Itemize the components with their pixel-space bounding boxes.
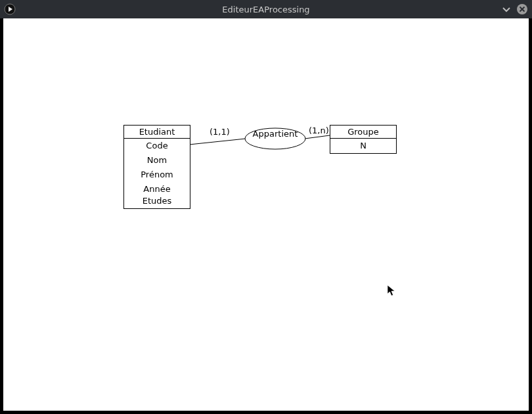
run-icon[interactable] [4, 3, 16, 15]
cardinality-right: (1,n) [309, 126, 329, 135]
svg-line-5 [189, 139, 246, 145]
minimize-icon[interactable] [500, 3, 512, 15]
svg-line-6 [305, 135, 330, 139]
connector-lines [3, 18, 529, 411]
cardinality-left: (1,1) [210, 127, 230, 137]
entity-etudiant-attr: Année Etudes [124, 182, 190, 208]
entity-etudiant[interactable]: Etudiant Code Nom Prénom Année Etudes [123, 125, 190, 209]
entity-groupe[interactable]: Groupe N [330, 125, 397, 154]
entity-etudiant-title: Etudiant [124, 126, 190, 139]
diagram-canvas[interactable]: Etudiant Code Nom Prénom Année Etudes Gr… [3, 18, 529, 411]
close-icon[interactable] [516, 3, 528, 15]
entity-groupe-title: Groupe [330, 126, 396, 139]
entity-groupe-attr: N [330, 139, 396, 153]
relation-label: Appartient [244, 129, 306, 139]
entity-etudiant-attr: Code [124, 139, 190, 153]
window-titlebar: EditeurEAProcessing [0, 0, 532, 18]
window-title: EditeurEAProcessing [0, 5, 532, 14]
entity-etudiant-attr: Nom [124, 153, 190, 168]
entity-etudiant-attr: Prénom [124, 168, 190, 182]
